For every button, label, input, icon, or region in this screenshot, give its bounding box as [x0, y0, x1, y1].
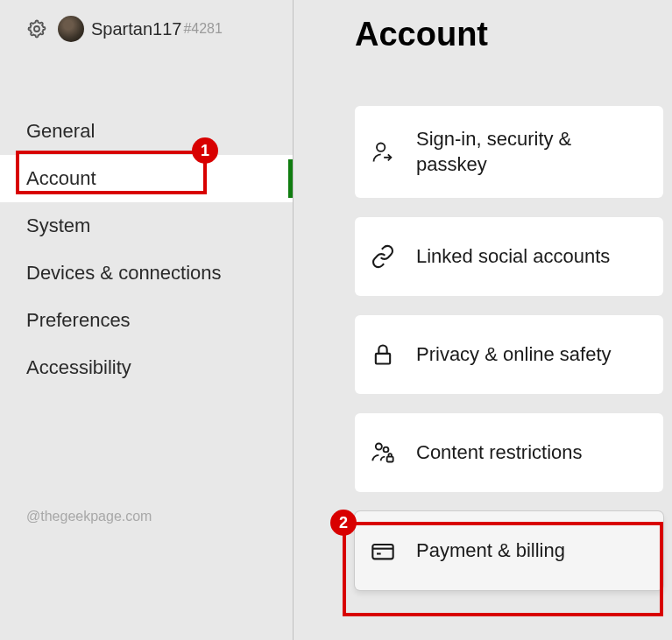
profile-row: Spartan117 #4281	[0, 16, 293, 42]
svg-rect-5	[387, 457, 393, 462]
nav-item-account[interactable]: Account	[0, 155, 293, 202]
svg-point-4	[384, 447, 389, 453]
nav-item-devices[interactable]: Devices & connections	[0, 250, 293, 297]
avatar[interactable]	[58, 16, 84, 42]
people-lock-icon	[371, 440, 395, 465]
person-arrow-icon	[371, 140, 395, 165]
main-panel: Account Sign-in, security & passkey L	[294, 0, 672, 640]
page-title: Account	[355, 16, 663, 53]
nav-label: Devices & connections	[26, 262, 222, 284]
nav-label: Preferences	[26, 309, 131, 331]
gamertag: Spartan117	[91, 19, 181, 39]
lock-icon	[371, 342, 395, 367]
card-signin-security[interactable]: Sign-in, security & passkey	[355, 106, 663, 198]
nav-item-general[interactable]: General	[0, 108, 293, 155]
svg-point-3	[376, 444, 382, 450]
nav-label: Account	[26, 167, 96, 189]
card-label: Linked social accounts	[416, 244, 610, 270]
nav-item-accessibility[interactable]: Accessibility	[0, 344, 293, 391]
gear-icon[interactable]	[26, 18, 47, 39]
svg-point-1	[377, 143, 385, 151]
card-payment-billing[interactable]: Payment & billing	[355, 511, 663, 590]
settings-sidebar: Spartan117 #4281 General Account System …	[0, 0, 294, 640]
nav-label: Accessibility	[26, 356, 131, 378]
annotation-badge-1: 1	[192, 137, 218, 164]
account-card-list: Sign-in, security & passkey Linked socia…	[355, 106, 663, 590]
svg-rect-6	[372, 545, 393, 559]
link-icon	[371, 244, 395, 269]
card-linked-social[interactable]: Linked social accounts	[355, 217, 663, 296]
card-icon	[371, 538, 395, 563]
nav-label: General	[26, 120, 95, 142]
nav-item-system[interactable]: System	[0, 202, 293, 250]
card-content-restrictions[interactable]: Content restrictions	[355, 413, 663, 492]
card-label: Payment & billing	[416, 538, 565, 564]
settings-nav: General Account System Devices & connect…	[0, 108, 293, 391]
card-privacy-safety[interactable]: Privacy & online safety	[355, 315, 663, 394]
card-label: Sign-in, security & passkey	[416, 127, 647, 177]
nav-label: System	[26, 215, 90, 236]
watermark: @thegeekpage.com	[26, 509, 152, 524]
card-label: Content restrictions	[416, 440, 583, 466]
nav-item-preferences[interactable]: Preferences	[0, 297, 293, 344]
svg-point-0	[34, 26, 39, 32]
annotation-badge-2: 2	[330, 510, 357, 536]
svg-rect-2	[376, 354, 390, 364]
card-label: Privacy & online safety	[416, 342, 612, 368]
gamertag-number: #4281	[183, 21, 223, 37]
